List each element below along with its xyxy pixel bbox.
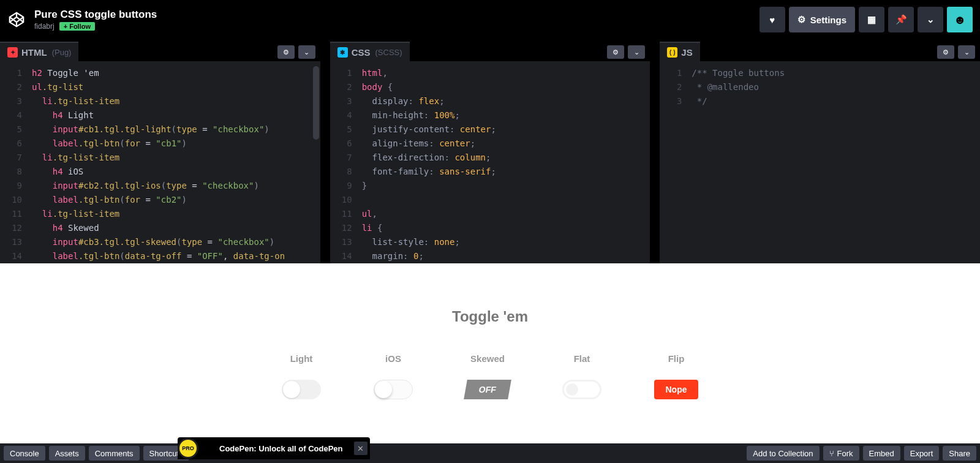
share-button[interactable]: Share — [943, 446, 976, 461]
html-code-area[interactable]: 1234567891011121314 h2 Toggle 'em ul.tg-… — [0, 61, 320, 263]
js-code-area[interactable]: 123 /** Toggle buttons * @mallendeo */ — [660, 61, 980, 263]
promo-text[interactable]: CodePen: Unlock all of CodePen — [198, 444, 354, 453]
pane-dropdown-button[interactable]: ⌄ — [628, 45, 645, 59]
toggle-label: Flip — [668, 353, 685, 364]
grid-icon: ▦ — [867, 14, 876, 25]
heart-icon: ♥ — [769, 15, 775, 25]
css-icon: ✱ — [337, 47, 348, 58]
scrollbar[interactable] — [313, 66, 319, 140]
app-header: Pure CSS toggle buttons fidabrj + Follow… — [0, 0, 980, 39]
toggle-label: Flat — [574, 353, 590, 364]
toggle-list: Light iOS Skewed OFF Flat Flip Nope — [282, 353, 698, 399]
pane-settings-button[interactable]: ⚙ — [937, 45, 954, 59]
export-button[interactable]: Export — [904, 446, 940, 461]
settings-button[interactable]: ⚙Settings — [789, 7, 855, 32]
love-button[interactable]: ♥ — [760, 7, 785, 32]
fork-button[interactable]: ⑂Fork — [823, 446, 859, 461]
preview-heading: Toggle 'em — [452, 308, 528, 325]
gear-icon: ⚙ — [283, 48, 289, 56]
toggle-label: Light — [290, 353, 313, 364]
assets-button[interactable]: Assets — [49, 446, 85, 461]
gear-icon: ⚙ — [943, 48, 949, 56]
toggle-light[interactable] — [282, 380, 321, 399]
console-button[interactable]: Console — [4, 446, 45, 461]
codepen-logo[interactable] — [7, 10, 26, 29]
line-gutter: 1234567891011121314 — [330, 61, 358, 263]
chevron-down-icon: ⌄ — [634, 48, 639, 56]
dropdown-button[interactable]: ⌄ — [918, 7, 943, 32]
html-icon: ✦ — [7, 47, 18, 58]
preview-frame: Toggle 'em Light iOS Skewed OFF Flat Fli… — [0, 263, 980, 443]
toggle-skewed[interactable]: OFF — [464, 380, 511, 399]
pane-dropdown-button[interactable]: ⌄ — [298, 45, 315, 59]
chevron-down-icon: ⌄ — [927, 14, 935, 25]
editor-row: ✦ HTML (Pug) ⚙ ⌄ 1234567891011121314 h2 … — [0, 39, 980, 263]
chevron-down-icon: ⌄ — [304, 48, 309, 56]
code-content[interactable]: html, body { display: flex; min-height: … — [358, 61, 650, 263]
settings-label: Settings — [810, 15, 846, 25]
line-gutter: 1234567891011121314 — [0, 61, 28, 263]
pane-settings-button[interactable]: ⚙ — [607, 45, 624, 59]
html-tab[interactable]: ✦ HTML (Pug) — [0, 42, 78, 61]
pane-sublabel: (SCSS) — [375, 48, 402, 57]
pane-label: JS — [681, 47, 692, 58]
promo-banner: PRO CodePen: Unlock all of CodePen ✕ — [178, 437, 370, 459]
code-content[interactable]: /** Toggle buttons * @mallendeo */ — [688, 61, 980, 263]
list-item: Flip Nope — [654, 353, 698, 399]
comments-button[interactable]: Comments — [89, 446, 140, 461]
list-item: Skewed OFF — [466, 353, 510, 399]
close-promo-button[interactable]: ✕ — [354, 442, 368, 455]
close-icon: ✕ — [357, 444, 364, 453]
toggle-flip[interactable]: Nope — [654, 380, 698, 399]
js-icon: ( ) — [667, 47, 677, 58]
css-code-area[interactable]: 1234567891011121314 html, body { display… — [330, 61, 650, 263]
pane-label: CSS — [352, 47, 371, 58]
list-item: Light — [282, 353, 321, 399]
toggle-flat[interactable] — [562, 380, 601, 399]
list-item: iOS — [374, 353, 413, 399]
toggle-ios[interactable] — [374, 380, 413, 399]
css-editor-pane: ✱ CSS (SCSS) ⚙ ⌄ 1234567891011121314 htm… — [330, 39, 650, 263]
pane-dropdown-button[interactable]: ⌄ — [958, 45, 975, 59]
css-tab[interactable]: ✱ CSS (SCSS) — [330, 42, 410, 61]
add-collection-button[interactable]: Add to Collection — [747, 446, 819, 461]
layout-button[interactable]: ▦ — [859, 7, 884, 32]
pane-settings-button[interactable]: ⚙ — [277, 45, 295, 59]
js-editor-pane: ( ) JS ⚙ ⌄ 123 /** Toggle buttons * @mal… — [660, 39, 980, 263]
list-item: Flat — [562, 353, 601, 399]
html-editor-pane: ✦ HTML (Pug) ⚙ ⌄ 1234567891011121314 h2 … — [0, 39, 320, 263]
user-avatar[interactable]: ☻ — [947, 7, 973, 32]
pane-label: HTML — [21, 47, 47, 58]
pin-icon: 📌 — [895, 14, 907, 25]
author-link[interactable]: fidabrj — [34, 22, 55, 31]
gear-icon: ⚙ — [612, 48, 619, 56]
code-content[interactable]: h2 Toggle 'em ul.tg-list li.tg-list-item… — [28, 61, 320, 263]
pen-title[interactable]: Pure CSS toggle buttons — [34, 9, 157, 21]
follow-button[interactable]: + Follow — [59, 22, 95, 31]
toggle-label: iOS — [385, 353, 401, 364]
js-tab[interactable]: ( ) JS — [660, 42, 699, 61]
pin-button[interactable]: 📌 — [888, 7, 914, 32]
app-footer: Console Assets Comments Shortcuts Add to… — [0, 443, 980, 463]
toggle-label: Skewed — [470, 353, 505, 364]
chevron-down-icon: ⌄ — [964, 48, 970, 56]
gear-icon: ⚙ — [797, 14, 805, 25]
fork-icon: ⑂ — [829, 449, 834, 458]
line-gutter: 123 — [660, 61, 688, 263]
pane-sublabel: (Pug) — [52, 48, 72, 57]
embed-button[interactable]: Embed — [863, 446, 900, 461]
pro-badge: PRO — [178, 438, 198, 459]
